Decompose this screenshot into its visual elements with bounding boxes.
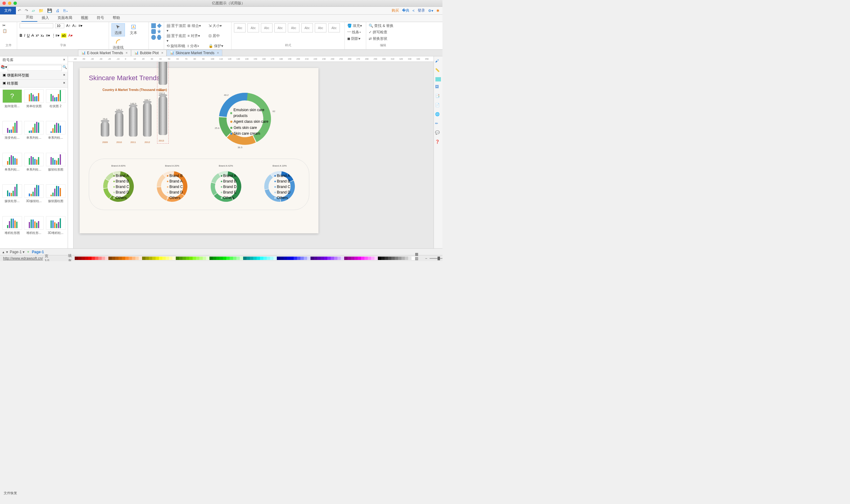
file-button[interactable]: 文件 <box>0 7 16 14</box>
style-preset-1[interactable]: Abc <box>234 23 246 33</box>
color-swatch[interactable] <box>260 257 263 260</box>
library-item[interactable]: 堆积柱形... <box>23 216 44 247</box>
color-swatch[interactable] <box>331 257 334 260</box>
library-item[interactable]: 简单柱状图 <box>23 89 44 120</box>
page-icon[interactable]: 📄 <box>435 103 441 109</box>
color-swatch[interactable] <box>216 257 219 260</box>
color-swatch[interactable] <box>145 257 149 260</box>
grow-font-icon[interactable]: A↑ <box>66 23 70 28</box>
diamond-shape[interactable] <box>157 23 161 28</box>
search-input[interactable] <box>8 65 62 71</box>
page-canvas[interactable]: Skincare Market Trends Country A Market … <box>79 68 319 233</box>
color-swatch[interactable] <box>135 257 139 260</box>
italic-button[interactable]: I <box>24 33 25 38</box>
rect-shape[interactable] <box>151 23 156 28</box>
export-icon[interactable]: ⎘▾ <box>61 8 70 13</box>
color-swatch[interactable] <box>388 257 391 260</box>
color-swatch[interactable] <box>408 257 412 260</box>
color-swatch[interactable] <box>112 257 115 260</box>
style-preset-7[interactable]: Abc <box>315 23 326 33</box>
library-item[interactable]: 单系列柱... <box>2 153 22 183</box>
library-item[interactable]: 堆积柱形图 <box>2 216 22 247</box>
color-swatch[interactable] <box>310 257 314 260</box>
color-swatch[interactable] <box>210 257 213 260</box>
color-swatch[interactable] <box>240 257 243 260</box>
image-icon[interactable]: 🖼 <box>435 85 441 91</box>
color-swatch[interactable] <box>82 257 85 260</box>
bullets-icon[interactable]: ⋮≡▾ <box>52 33 59 38</box>
layer-icon[interactable]: 📑 <box>435 94 441 100</box>
star-shape[interactable] <box>157 29 162 34</box>
library-item[interactable]: ?如何使用... <box>2 89 22 120</box>
category-pie[interactable]: ▣ 饼图和环型图× <box>0 72 68 79</box>
canvas-scroll[interactable]: Skincare Market Trends Country A Market … <box>68 62 434 248</box>
status-url[interactable]: http://www.edrawsoft.cn/ <box>3 256 43 260</box>
color-swatch[interactable] <box>186 257 189 260</box>
color-swatch[interactable] <box>284 257 287 260</box>
page-selector[interactable]: Page-1 ▾ <box>10 250 24 254</box>
color-swatch[interactable] <box>243 257 247 260</box>
color-swatch[interactable] <box>395 257 398 260</box>
color-swatch[interactable] <box>280 257 284 260</box>
minimize-icon[interactable] <box>8 2 11 5</box>
color-swatch[interactable] <box>257 257 260 260</box>
shadow-btn[interactable]: ◼ 阴影▾ <box>347 36 363 41</box>
color-swatch[interactable] <box>156 257 159 260</box>
tab-help[interactable]: 帮助 <box>108 14 124 22</box>
library-item[interactable]: 3D堆积柱... <box>45 216 66 247</box>
library-item[interactable]: 簇状柱形... <box>2 184 22 215</box>
color-swatch[interactable] <box>307 257 310 260</box>
line-icon[interactable]: 📏 <box>435 68 441 74</box>
line-btn[interactable]: 〰 线条▾ <box>347 30 363 35</box>
color-swatch[interactable] <box>324 257 327 260</box>
color-swatch[interactable] <box>125 257 129 260</box>
color-swatch[interactable] <box>193 257 196 260</box>
color-swatch[interactable] <box>78 257 82 260</box>
center-btn[interactable]: ⊡ 居中 <box>209 33 229 43</box>
color-swatch[interactable] <box>384 257 388 260</box>
color-swatch[interactable] <box>122 257 125 260</box>
share-icon[interactable]: �典 <box>402 8 410 13</box>
doctab-ebook[interactable]: 📊 E-book Market Trends× <box>78 50 131 56</box>
strike-button[interactable]: A <box>32 33 34 38</box>
style-preset-4[interactable]: Abc <box>274 23 286 33</box>
library-item[interactable]: 簇状圆柱图 <box>45 184 66 215</box>
group-btn[interactable]: ⊞ 组合▾ <box>187 23 207 33</box>
color-swatch[interactable] <box>132 257 135 260</box>
fill-btn[interactable]: 🪣 填充▾ <box>347 23 363 29</box>
color-swatch[interactable] <box>371 257 375 260</box>
superscript-button[interactable]: x² <box>36 33 39 38</box>
redo-icon[interactable]: ↷ <box>23 8 30 13</box>
color-swatch[interactable] <box>314 257 317 260</box>
main-donut-chart[interactable]: 8236.525.648.2 Emulsion skin care produc… <box>214 88 275 149</box>
format-icon[interactable]: 🖌 <box>435 59 441 65</box>
replace-shape-btn[interactable]: ⇄ 替换形状 <box>369 36 397 41</box>
color-swatch[interactable] <box>398 257 401 260</box>
library-item[interactable]: 簇状柱形图 <box>45 153 66 183</box>
color-swatch[interactable] <box>206 257 210 260</box>
style-preset-2[interactable]: Abc <box>248 23 259 33</box>
color-swatch[interactable] <box>85 257 88 260</box>
color-swatch[interactable] <box>102 257 105 260</box>
mini-donut-chart[interactable]: Brand A 60%Brand ABrand BBrand CBrand DO… <box>102 164 135 204</box>
library-item[interactable]: 柱状图 2 <box>45 89 66 120</box>
login-link[interactable]: 登录 <box>418 8 425 13</box>
color-swatch[interactable] <box>213 257 216 260</box>
color-swatch[interactable] <box>381 257 384 260</box>
color-swatch[interactable] <box>196 257 199 260</box>
page-down-icon[interactable]: ▾ <box>6 250 8 254</box>
color-swatch[interactable] <box>108 257 112 260</box>
color-swatch[interactable] <box>162 257 166 260</box>
cloud-icon[interactable]: < <box>413 8 415 13</box>
style-preset-3[interactable]: Abc <box>261 23 272 33</box>
style-preset-5[interactable]: Abc <box>288 23 300 33</box>
library-item[interactable]: 渐变色柱... <box>2 121 22 151</box>
comment-icon[interactable]: 💬 <box>435 130 441 137</box>
color-swatch[interactable] <box>412 257 415 260</box>
doctab-bubble[interactable]: 📊 Bubble Plot× <box>131 50 167 56</box>
color-swatch[interactable] <box>351 257 354 260</box>
color-swatch[interactable] <box>327 257 331 260</box>
cut-icon[interactable]: ✂ <box>2 23 5 28</box>
fill-icon[interactable] <box>435 77 441 82</box>
zoom-out-icon[interactable]: − <box>425 256 427 260</box>
